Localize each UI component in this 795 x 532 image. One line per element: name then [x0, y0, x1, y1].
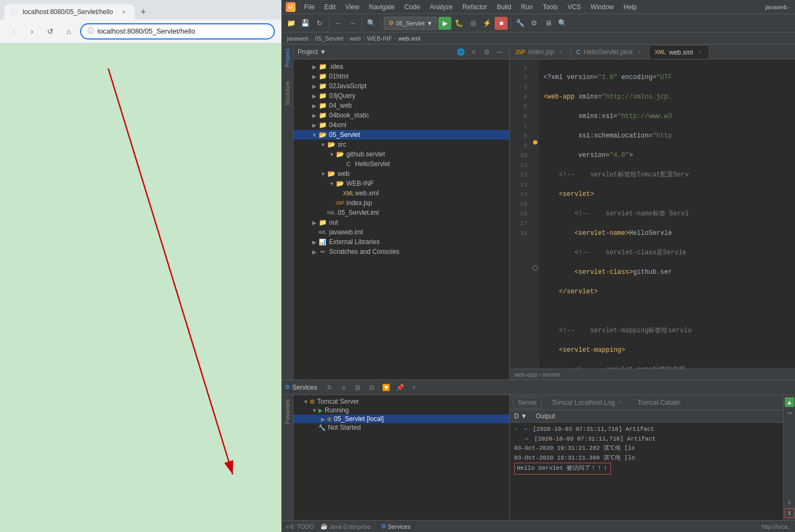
toolbar-extra1[interactable]: 🔧 — [514, 17, 527, 30]
breadcrumb-web[interactable]: web — [350, 35, 360, 42]
services-filter-btn[interactable]: 🔽 — [380, 382, 392, 393]
run-config-selector[interactable]: ⚙ 05_Servlet ▼ — [384, 17, 437, 30]
services-collapse-all-btn[interactable]: ≡ — [338, 382, 350, 393]
menu-file[interactable]: File — [300, 2, 319, 12]
services-pin-btn[interactable]: 📌 — [394, 382, 406, 393]
stop-button[interactable]: ■ — [495, 17, 508, 30]
services-tree-05servlet[interactable]: ▶ ⚙ 05_Servlet [local] — [293, 415, 509, 423]
toolbar-search2[interactable]: 🔍 — [556, 17, 569, 30]
menu-analyze[interactable]: Analyze — [425, 2, 457, 12]
browser-tab-active[interactable]: localhost:8080/05_Servlet/hello × — [4, 4, 135, 19]
tree-item-scratches[interactable]: ▶ ✏ Scratches and Consoles — [293, 247, 509, 257]
home-btn[interactable]: ⌂ — [62, 24, 76, 38]
java-enterprise-tab[interactable]: ☕ Java Enterprise — [320, 523, 370, 530]
menu-run[interactable]: Run — [517, 2, 537, 12]
menu-vcs[interactable]: VCS — [563, 2, 586, 12]
forward-btn[interactable]: › — [25, 24, 39, 38]
favorites-strip-tab[interactable]: Favorites — [282, 395, 292, 428]
profile-btn[interactable]: ⚡ — [481, 17, 494, 30]
reload-btn[interactable]: ↺ — [43, 24, 57, 38]
services-tree-notstarted[interactable]: ▶ 🔧 Not Started — [293, 423, 509, 432]
tree-item-javawebiml[interactable]: ▶ IML javaweb.iml — [293, 227, 509, 237]
tree-item-02js[interactable]: ▶ 📁 02JavaScript — [293, 81, 509, 91]
editor-tab-helloservlet[interactable]: C HelloServlet.java × — [571, 45, 649, 59]
tree-item-01html[interactable]: ▶ 📁 01html — [293, 71, 509, 81]
menu-window[interactable]: Window — [586, 2, 618, 12]
output-tab-tomcatlog[interactable]: Tomcat Localhost Log × — [546, 397, 630, 409]
tree-item-04web[interactable]: ▶ 📁 04_web — [293, 101, 509, 110]
services-tree-tomcat[interactable]: ▼ ⚙ Tomcat Server — [293, 397, 509, 406]
panel-tab-project[interactable]: Project — [282, 44, 292, 71]
services-refresh-btn[interactable]: ↻ — [324, 382, 336, 393]
toolbar-sync-btn[interactable]: ↻ — [313, 17, 326, 30]
tree-item-webinf[interactable]: ▼ 📂 WEB-INF — [293, 179, 509, 188]
breadcrumb-webinf[interactable]: WEB-INF — [367, 35, 392, 42]
services-tab[interactable]: ⚙ Services — [377, 521, 415, 533]
tree-item-src[interactable]: ▼ 📂 src — [293, 140, 509, 149]
output-tab-tomcatcatalin[interactable]: Tomcat Catalin — [632, 397, 686, 409]
output-scroll-top-btn[interactable]: ▲ — [785, 397, 794, 407]
tree-item-03jquery[interactable]: ▶ 📁 03jQuery — [293, 91, 509, 101]
tree-item-extlibs[interactable]: ▶ 📊 External Libraries — [293, 237, 509, 247]
breadcrumb-webxml[interactable]: web.xml — [398, 35, 420, 42]
tree-item-05iml[interactable]: ▶ IML 05_Servlet.iml — [293, 208, 509, 218]
panel-settings-btn[interactable]: ⚙ — [481, 47, 492, 57]
toolbar-back-btn[interactable]: ← — [332, 17, 345, 30]
tab-close-helloservlet[interactable]: × — [636, 48, 643, 56]
tree-item-out[interactable]: ▶ 📁 out — [293, 218, 509, 227]
services-group-btn[interactable]: ⊟ — [366, 382, 378, 393]
toolbar-extra3[interactable]: 🖥 — [542, 17, 555, 30]
output-action-btn[interactable]: ⬇ — [785, 508, 794, 518]
output-tab-server[interactable]: Server — [513, 397, 542, 409]
tree-item-05servlet[interactable]: ▼ 📂 05_Servlet — [293, 130, 509, 140]
back-btn[interactable]: ‹ — [6, 24, 21, 38]
tab-close-tomcatlog[interactable]: × — [617, 399, 625, 406]
tab-close-indexjsp[interactable]: × — [557, 48, 565, 56]
services-expand-all-btn[interactable]: ⊞ — [352, 382, 364, 393]
todo-tab[interactable]: ≡ 6: TODO — [286, 523, 314, 530]
menu-view[interactable]: View — [341, 2, 364, 12]
panel-tab-structure[interactable]: Structure — [282, 77, 292, 110]
tab-close-webxml[interactable]: × — [696, 49, 704, 56]
menu-refactor[interactable]: Refactor — [458, 2, 491, 12]
toolbar-search-btn[interactable]: 🔍 — [365, 17, 378, 30]
menu-code[interactable]: Code — [400, 2, 424, 12]
menu-navigate[interactable]: Navigate — [365, 2, 399, 12]
breadcrumb-javaweb[interactable]: javaweb — [287, 35, 308, 42]
tree-item-web[interactable]: ▼ 📂 web — [293, 169, 509, 179]
toolbar-forward-btn[interactable]: → — [346, 17, 359, 30]
editor-tab-webxml[interactable]: XML web.xml × — [649, 45, 710, 59]
new-tab-btn[interactable]: + — [136, 4, 151, 19]
panel-collapse-btn[interactable]: ≡ — [468, 47, 479, 57]
tree-item-04book[interactable]: ▶ 📁 04book_static — [293, 110, 509, 120]
output-d-selector[interactable]: D ▼ — [514, 412, 527, 420]
breadcrumb-05servlet[interactable]: 05_Servlet — [315, 35, 344, 42]
menu-edit[interactable]: Edit — [320, 2, 340, 12]
menu-tools[interactable]: Tools — [538, 2, 562, 12]
code-editor[interactable]: <?xml version="1.0" encoding="UTF <web-a… — [539, 60, 795, 369]
address-bar-container[interactable]: ⓘ — [80, 23, 275, 40]
services-tree-running[interactable]: ▼ ▶ Running — [293, 406, 509, 415]
breakpoint-dot-9[interactable] — [533, 140, 537, 145]
tree-item-github-servlet[interactable]: ▼ 📂 github.servlet — [293, 149, 509, 159]
tree-item-indexjsp[interactable]: ▶ JSP index.jsp — [293, 198, 509, 208]
tree-item-idea[interactable]: ▶ 📁 .idea — [293, 62, 509, 71]
debug-button[interactable]: 🐛 — [452, 17, 465, 30]
toolbar-open-btn[interactable]: 📁 — [285, 17, 298, 30]
services-add-btn[interactable]: + — [408, 382, 420, 393]
panel-close-btn[interactable]: — — [494, 47, 505, 57]
output-scroll-down-btn[interactable]: ⇓ — [785, 497, 794, 507]
toolbar-extra2[interactable]: ⚙ — [528, 17, 541, 30]
tab-close-btn[interactable]: × — [120, 8, 128, 16]
tree-item-04xml[interactable]: ▶ 📁 04xml — [293, 120, 509, 130]
run-coverage-btn[interactable]: ◎ — [467, 17, 479, 30]
panel-locate-btn[interactable]: 🌐 — [455, 47, 466, 57]
menu-build[interactable]: Build — [492, 2, 516, 12]
menu-help[interactable]: Help — [619, 2, 641, 12]
run-button[interactable]: ▶ — [438, 17, 451, 30]
tree-item-webxml[interactable]: ▶ XML web.xml — [293, 188, 509, 198]
output-pin-btn[interactable]: ⇒ — [785, 408, 794, 418]
editor-tab-indexjsp[interactable]: JSP index.jsp × — [510, 45, 571, 59]
address-bar[interactable] — [97, 27, 267, 35]
tree-item-helloservlet[interactable]: ▶ C HelloServlet — [293, 159, 509, 169]
